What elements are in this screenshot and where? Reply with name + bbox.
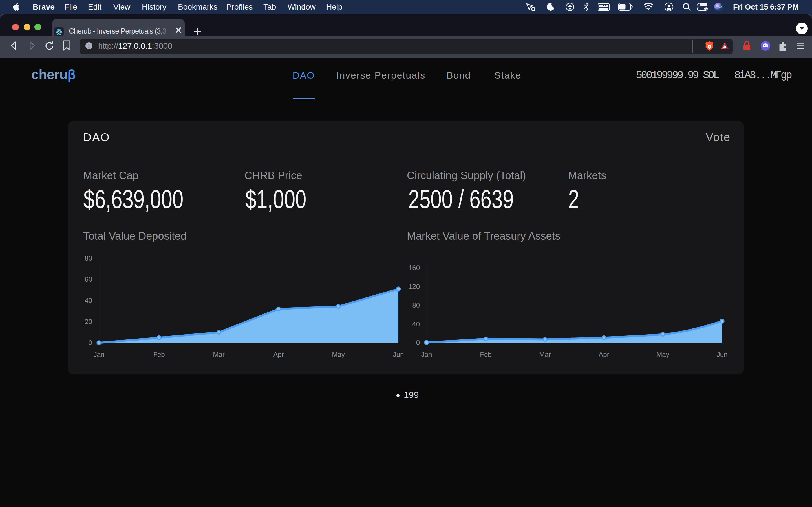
svg-text:20: 20 — [85, 318, 92, 325]
svg-text:Feb: Feb — [480, 351, 492, 358]
svg-text:May: May — [656, 351, 669, 358]
svg-text:120: 120 — [409, 283, 420, 290]
svg-text:0: 0 — [89, 339, 92, 346]
svg-text:Jun: Jun — [717, 351, 728, 358]
svg-text:Feb: Feb — [153, 351, 165, 358]
svg-text:Jan: Jan — [421, 351, 432, 358]
svg-text:80: 80 — [85, 255, 92, 262]
svg-text:60: 60 — [85, 276, 92, 283]
svg-text:Mar: Mar — [213, 351, 224, 358]
svg-text:0: 0 — [416, 339, 420, 346]
svg-text:Apr: Apr — [273, 351, 284, 358]
svg-text:80: 80 — [412, 301, 420, 309]
svg-text:40: 40 — [412, 320, 420, 328]
svg-text:40: 40 — [85, 297, 92, 304]
svg-text:Mar: Mar — [539, 351, 551, 358]
svg-text:May: May — [332, 351, 345, 358]
svg-text:Apr: Apr — [599, 351, 609, 358]
svg-text:160: 160 — [409, 264, 420, 272]
svg-text:Jan: Jan — [94, 351, 105, 358]
